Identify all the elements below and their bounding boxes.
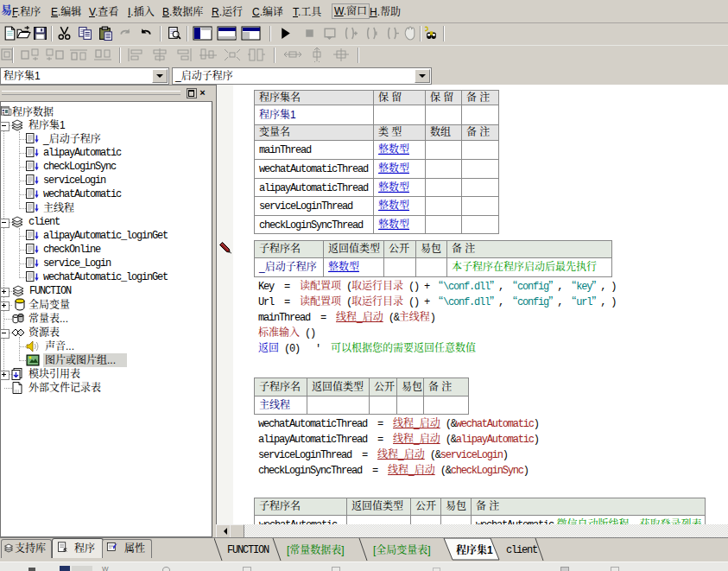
svg-text:FUNCTION: FUNCTION (227, 544, 269, 556)
svg-text:程序集1: 程序集1 (456, 543, 493, 556)
svg-text:client: client (506, 544, 537, 556)
svg-text:[常量数据表]: [常量数据表] (287, 543, 345, 556)
svg-text:[全局变量表]: [全局变量表] (373, 543, 431, 556)
